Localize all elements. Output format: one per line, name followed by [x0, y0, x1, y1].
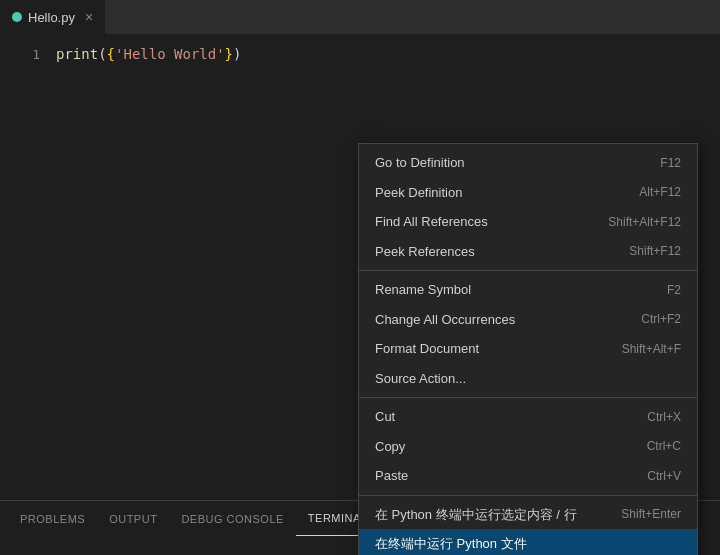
- menu-item-2[interactable]: Find All ReferencesShift+Alt+F12: [359, 207, 697, 237]
- menu-separator-3: [359, 270, 697, 271]
- menu-item-6[interactable]: Format DocumentShift+Alt+F: [359, 334, 697, 364]
- menu-item-label-8: Cut: [375, 407, 395, 427]
- menu-item-10[interactable]: PasteCtrl+V: [359, 461, 697, 491]
- code-token-openparen: (: [98, 46, 106, 62]
- code-line-1: 1 print({'Hello World'}): [0, 43, 720, 65]
- panel-tab-problems[interactable]: PROBLEMS: [8, 501, 97, 536]
- code-token-print: print: [56, 46, 98, 62]
- tab-filename: Hello.py: [28, 10, 75, 25]
- menu-shortcut-3: Shift+F12: [629, 242, 681, 260]
- code-token-string: 'Hello World': [115, 46, 225, 62]
- menu-item-5[interactable]: Change All OccurrencesCtrl+F2: [359, 305, 697, 335]
- menu-item-label-7: Source Action...: [375, 369, 466, 389]
- menu-item-9[interactable]: CopyCtrl+C: [359, 432, 697, 462]
- menu-item-label-2: Find All References: [375, 212, 488, 232]
- panel-tab-output[interactable]: OUTPUT: [97, 501, 169, 536]
- tab-bar: Hello.py ×: [0, 0, 720, 35]
- menu-item-label-6: Format Document: [375, 339, 479, 359]
- menu-item-12[interactable]: 在终端中运行 Python 文件: [359, 529, 697, 555]
- code-token-closebrace: }: [225, 46, 233, 62]
- menu-shortcut-6: Shift+Alt+F: [622, 340, 681, 358]
- menu-separator-7: [359, 397, 697, 398]
- menu-item-label-5: Change All Occurrences: [375, 310, 515, 330]
- menu-shortcut-10: Ctrl+V: [647, 467, 681, 485]
- menu-item-label-10: Paste: [375, 466, 408, 486]
- menu-shortcut-9: Ctrl+C: [647, 437, 681, 455]
- menu-shortcut-11: Shift+Enter: [621, 505, 681, 523]
- tab-close-button[interactable]: ×: [85, 10, 93, 24]
- menu-separator-10: [359, 495, 697, 496]
- menu-item-11[interactable]: 在 Python 终端中运行选定内容 / 行Shift+Enter: [359, 500, 697, 530]
- menu-item-3[interactable]: Peek ReferencesShift+F12: [359, 237, 697, 267]
- menu-shortcut-0: F12: [660, 154, 681, 172]
- menu-item-label-3: Peek References: [375, 242, 475, 262]
- menu-shortcut-8: Ctrl+X: [647, 408, 681, 426]
- menu-shortcut-2: Shift+Alt+F12: [608, 213, 681, 231]
- menu-item-label-11: 在 Python 终端中运行选定内容 / 行: [375, 505, 577, 525]
- menu-shortcut-5: Ctrl+F2: [641, 310, 681, 328]
- menu-item-label-4: Rename Symbol: [375, 280, 471, 300]
- code-content-1: print({'Hello World'}): [56, 43, 241, 65]
- file-type-icon: [12, 12, 22, 22]
- menu-item-label-1: Peek Definition: [375, 183, 462, 203]
- menu-item-label-12: 在终端中运行 Python 文件: [375, 534, 527, 554]
- menu-item-7[interactable]: Source Action...: [359, 364, 697, 394]
- menu-item-0[interactable]: Go to DefinitionF12: [359, 148, 697, 178]
- context-menu: Go to DefinitionF12Peek DefinitionAlt+F1…: [358, 143, 698, 555]
- code-token-openbrace: {: [107, 46, 115, 62]
- file-tab[interactable]: Hello.py ×: [0, 0, 106, 34]
- code-token-closeparen: ): [233, 46, 241, 62]
- line-number-1: 1: [16, 44, 40, 66]
- menu-item-4[interactable]: Rename SymbolF2: [359, 275, 697, 305]
- editor-area: 1 print({'Hello World'}) Go to Definitio…: [0, 35, 720, 465]
- menu-shortcut-4: F2: [667, 281, 681, 299]
- menu-item-8[interactable]: CutCtrl+X: [359, 402, 697, 432]
- panel-tab-debug-console[interactable]: DEBUG CONSOLE: [169, 501, 295, 536]
- menu-item-1[interactable]: Peek DefinitionAlt+F12: [359, 178, 697, 208]
- menu-item-label-0: Go to Definition: [375, 153, 465, 173]
- menu-shortcut-1: Alt+F12: [639, 183, 681, 201]
- menu-item-label-9: Copy: [375, 437, 405, 457]
